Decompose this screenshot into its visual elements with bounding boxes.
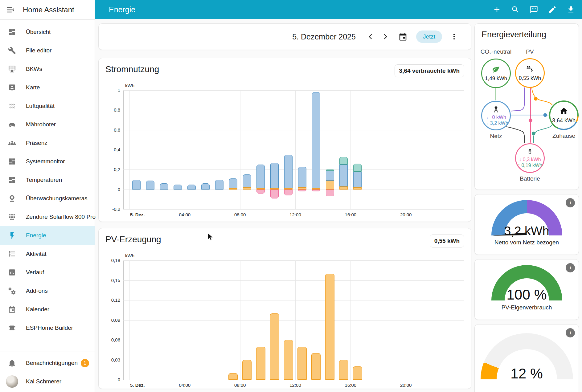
sidebar-item-file-editor[interactable]: File editor bbox=[0, 41, 95, 60]
grid-gauge: 3,2 kWh bbox=[491, 200, 562, 235]
gridline bbox=[123, 190, 464, 190]
add-icon[interactable] bbox=[493, 5, 501, 14]
sidebar-item-label: Aktivität bbox=[26, 251, 47, 257]
gridline bbox=[123, 110, 464, 110]
total-consumption-badge: 3,64 verbrauchte kWh bbox=[395, 64, 464, 77]
bar-segment-solarproduktion bbox=[297, 347, 307, 380]
x-tick-label: 20:00 bbox=[400, 382, 412, 388]
gridline bbox=[129, 90, 130, 209]
sidebar-item-esphome-builder[interactable]: ESPHome Builder bbox=[0, 319, 95, 337]
grid-consume-value: → 3,2 kWh bbox=[484, 120, 508, 126]
sidebar-item-label: Mähroboter bbox=[26, 121, 56, 128]
y-tick-label: 0,09 bbox=[105, 317, 120, 323]
cogs-icon bbox=[7, 286, 17, 296]
y-tick-label: 0,4 bbox=[105, 147, 120, 152]
bar-segment-netz bbox=[298, 167, 306, 188]
grid-return-value: ← 0 kWh bbox=[486, 115, 506, 120]
sidebar-item-energie[interactable]: Energie bbox=[0, 226, 95, 245]
sidebar-item-bkws[interactable]: BKWs bbox=[0, 60, 95, 78]
sidebar-item-notifications[interactable]: Benachrichtigungen 1 bbox=[0, 354, 95, 372]
sidebar-item-karte[interactable]: Karte bbox=[0, 78, 95, 97]
chevron-right-icon[interactable] bbox=[381, 32, 390, 41]
sidebar-item-profile[interactable]: Kai Schmerer bbox=[0, 372, 95, 391]
battery-in-value: ↓ 0,3 kWh bbox=[519, 157, 541, 162]
sidebar-item-label: Kalender bbox=[26, 306, 49, 313]
gauge-value: 3,2 kWh bbox=[491, 224, 562, 238]
pv-production-chart[interactable]: kWh0,180,150,120,090,060,0305. Dez.04:00… bbox=[105, 253, 464, 389]
bar-segment-solarproduktion bbox=[242, 360, 252, 380]
bar-segment-netz bbox=[312, 92, 320, 188]
bar-segment-netz bbox=[160, 183, 168, 189]
bar-segment-netz bbox=[146, 181, 154, 190]
grid-node[interactable]: ← 0 kWh → 3,2 kWh bbox=[481, 101, 511, 130]
bar-segment-batterie-entnahme bbox=[339, 157, 348, 165]
bar-segment-solarproduktion bbox=[311, 353, 321, 380]
info-icon[interactable]: i bbox=[566, 328, 575, 337]
gridline bbox=[123, 150, 464, 150]
gridline bbox=[295, 90, 296, 209]
info-icon[interactable]: i bbox=[566, 198, 575, 207]
bar-segment-netz bbox=[256, 165, 265, 188]
view-dashboard-icon bbox=[7, 27, 17, 37]
bar-segment-netz bbox=[187, 185, 196, 190]
sidebar-item-luftqualit-t[interactable]: Luftqualität bbox=[0, 97, 95, 115]
flash-icon bbox=[7, 231, 17, 240]
page-title: Energie bbox=[109, 5, 135, 14]
pv-value: 0,55 kWh bbox=[519, 75, 541, 81]
bar-segment-solarproduktion bbox=[339, 360, 348, 380]
search-icon[interactable] bbox=[511, 5, 520, 14]
bar-segment-solar bbox=[339, 186, 348, 190]
sidebar-item-pr-senz[interactable]: Präsenz bbox=[0, 134, 95, 152]
notifications-label: Benachrichtigungen bbox=[26, 360, 78, 366]
self-consumption-gauge-card: i 100 % PV-Eigenverbrauch bbox=[474, 259, 579, 320]
sidebar-item-kalender[interactable]: Kalender bbox=[0, 300, 95, 319]
edit-icon[interactable] bbox=[548, 5, 557, 14]
sidebar-item--berwachungskameras[interactable]: Überwachungskameras bbox=[0, 189, 95, 208]
sidebar-item-zendure-solarflow-800-pro[interactable]: Zendure Solarflow 800 Pro bbox=[0, 208, 95, 226]
home-label: Zuhause bbox=[539, 133, 579, 139]
sidebar-item-temperaturen[interactable]: Temperaturen bbox=[0, 171, 95, 189]
sidebar-item--bersicht[interactable]: Übersicht bbox=[0, 23, 95, 41]
card-title: Stromnutzung bbox=[105, 64, 159, 74]
calendar-icon[interactable] bbox=[398, 32, 408, 41]
bar-segment-solarproduktion bbox=[325, 274, 334, 380]
bar-segment-batterie-entnahme bbox=[326, 169, 334, 170]
bar-segment-solarproduktion bbox=[256, 347, 265, 380]
y-tick-label: 0,2 bbox=[105, 167, 120, 172]
co2-node[interactable]: 1,49 kWh bbox=[481, 59, 511, 88]
sidebar-item-add-ons[interactable]: Add-ons bbox=[0, 282, 95, 300]
content-right: Energieverteilung bbox=[474, 23, 579, 392]
sidebar-item-m-hroboter[interactable]: Mähroboter bbox=[0, 115, 95, 134]
sidebar-toggle-icon[interactable] bbox=[6, 6, 15, 14]
sidebar-item-systemmonitor[interactable]: Systemmonitor bbox=[0, 152, 95, 171]
electricity-usage-chart[interactable]: kWh10,80,60,40,20-0,25. Dez.04:0008:0012… bbox=[105, 83, 464, 218]
gauge-label: PV-Eigenverbrauch bbox=[475, 304, 579, 311]
gridline bbox=[123, 209, 464, 210]
chevron-left-icon[interactable] bbox=[366, 32, 375, 41]
download-icon[interactable] bbox=[567, 5, 575, 14]
sidebar-item-aktivit-t[interactable]: Aktivität bbox=[0, 245, 95, 263]
pv-node[interactable]: 0,55 kWh bbox=[515, 58, 545, 88]
wrench-icon bbox=[7, 46, 17, 55]
info-icon[interactable]: i bbox=[566, 263, 575, 272]
sidebar-item-label: Karte bbox=[26, 84, 40, 91]
y-tick-label: 0 bbox=[105, 187, 120, 192]
x-tick-label: 20:00 bbox=[400, 212, 412, 217]
y-tick-label: 0,8 bbox=[105, 107, 120, 112]
solar-panel-large-icon bbox=[7, 212, 17, 222]
battery-discharge-dot bbox=[532, 132, 535, 135]
leaf-icon bbox=[492, 65, 500, 75]
chart-box-icon bbox=[7, 268, 17, 277]
x-tick-label: 5. Dez. bbox=[130, 212, 145, 217]
solar-panel-icon bbox=[7, 64, 17, 74]
sidebar-item-label: File editor bbox=[26, 47, 51, 54]
kebab-menu-icon[interactable] bbox=[450, 33, 458, 41]
home-node[interactable]: 3,64 kWh bbox=[549, 100, 579, 130]
bar-segment-solarproduktion bbox=[353, 366, 362, 380]
gridline bbox=[123, 360, 464, 360]
battery-node[interactable]: ↓ 0,3 kWh ↑ 0,19 kWh bbox=[515, 143, 545, 173]
assist-chat-icon[interactable] bbox=[530, 5, 538, 14]
sidebar-item-label: Präsenz bbox=[26, 140, 47, 146]
sidebar-item-verlauf[interactable]: Verlauf bbox=[0, 263, 95, 282]
now-button[interactable]: Jetzt bbox=[416, 31, 442, 43]
